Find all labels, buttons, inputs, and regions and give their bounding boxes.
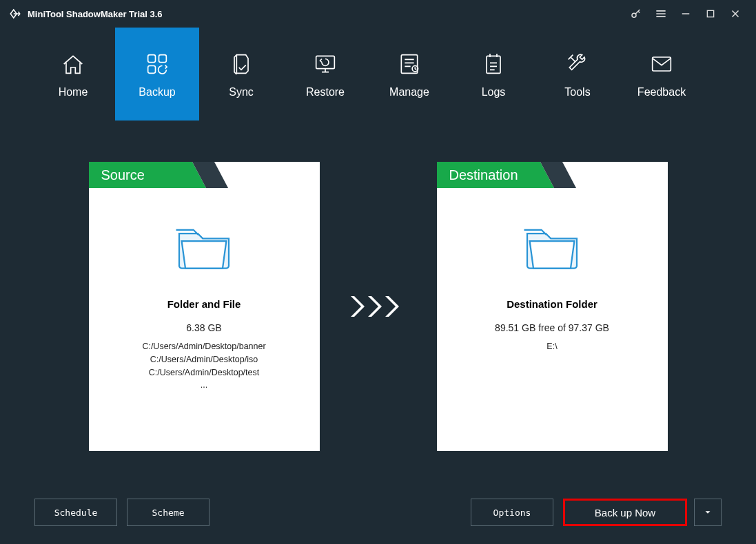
svg-rect-3: [159, 54, 167, 62]
source-path-1: C:/Users/Admin/Desktop/iso: [103, 353, 306, 366]
nav-feedback[interactable]: Feedback: [620, 28, 704, 121]
nav-label: Sync: [229, 86, 254, 98]
main-content: Source Folder and File 6.38 GB C:/Users/…: [0, 121, 756, 451]
titlebar: MiniTool ShadowMaker Trial 3.6: [0, 0, 756, 28]
svg-rect-8: [487, 56, 500, 73]
destination-content: Destination Folder 89.51 GB free of 97.3…: [437, 188, 668, 367]
tools-icon: [564, 50, 591, 78]
svg-rect-4: [148, 65, 156, 73]
source-size: 6.38 GB: [103, 322, 306, 333]
folder-icon: [521, 222, 583, 271]
backup-icon: [143, 50, 171, 78]
schedule-button[interactable]: Schedule: [34, 499, 117, 526]
source-header: Source: [89, 162, 320, 188]
nav-home[interactable]: Home: [31, 28, 115, 121]
svg-rect-1: [707, 10, 713, 17]
feedback-icon: [648, 50, 675, 78]
nav-label: Home: [59, 86, 88, 98]
backup-dropdown-button[interactable]: [694, 499, 722, 526]
folder-icon: [173, 222, 235, 271]
source-more: ...: [103, 379, 306, 392]
source-content: Folder and File 6.38 GB C:/Users/Admin/D…: [89, 188, 320, 406]
manage-icon: [396, 50, 423, 78]
main-nav: Home Backup Sync Restore Manage Logs T: [0, 28, 756, 121]
source-panel[interactable]: Source Folder and File 6.38 GB C:/Users/…: [89, 162, 320, 451]
nav-label: Manage: [389, 86, 429, 98]
scheme-button[interactable]: Scheme: [127, 499, 210, 526]
destination-panel[interactable]: Destination Destination Folder 89.51 GB …: [437, 162, 668, 451]
svg-rect-6: [401, 54, 417, 73]
footer: Schedule Scheme Options Back up Now: [0, 499, 756, 526]
nav-label: Restore: [306, 86, 345, 98]
destination-header: Destination: [437, 162, 668, 188]
arrow-icon: [347, 162, 409, 451]
key-icon[interactable]: [624, 1, 648, 26]
maximize-button[interactable]: [698, 1, 723, 26]
destination-title: Destination Folder: [451, 298, 654, 310]
source-path-0: C:/Users/Admin/Desktop/banner: [103, 340, 306, 353]
sync-icon: [227, 50, 255, 78]
destination-tab-label: Destination: [437, 162, 539, 188]
backup-now-button[interactable]: Back up Now: [563, 499, 687, 526]
nav-label: Backup: [139, 86, 175, 98]
nav-sync[interactable]: Sync: [199, 28, 283, 121]
home-icon: [59, 50, 87, 78]
menu-icon[interactable]: [648, 1, 673, 26]
nav-tools[interactable]: Tools: [535, 28, 620, 121]
nav-restore[interactable]: Restore: [283, 28, 367, 121]
nav-backup[interactable]: Backup: [115, 28, 199, 121]
svg-point-0: [632, 13, 636, 17]
logs-icon: [480, 50, 507, 78]
source-title: Folder and File: [103, 298, 306, 310]
minimize-button[interactable]: [673, 1, 698, 26]
chevron-down-icon: [703, 508, 713, 517]
app-logo-icon: [8, 7, 22, 21]
svg-rect-5: [316, 56, 335, 68]
restore-icon: [311, 50, 339, 78]
nav-label: Tools: [564, 86, 590, 98]
svg-rect-9: [653, 57, 671, 71]
svg-rect-2: [148, 54, 156, 62]
destination-path: E:\: [451, 340, 654, 353]
app-title: MiniTool ShadowMaker Trial 3.6: [28, 9, 163, 19]
nav-manage[interactable]: Manage: [367, 28, 451, 121]
destination-free: 89.51 GB free of 97.37 GB: [451, 322, 654, 333]
nav-label: Feedback: [637, 86, 686, 98]
options-button[interactable]: Options: [471, 499, 553, 526]
source-path-2: C:/Users/Admin/Desktop/test: [103, 366, 306, 379]
close-button[interactable]: [723, 1, 748, 26]
nav-label: Logs: [482, 86, 506, 98]
nav-logs[interactable]: Logs: [451, 28, 535, 121]
